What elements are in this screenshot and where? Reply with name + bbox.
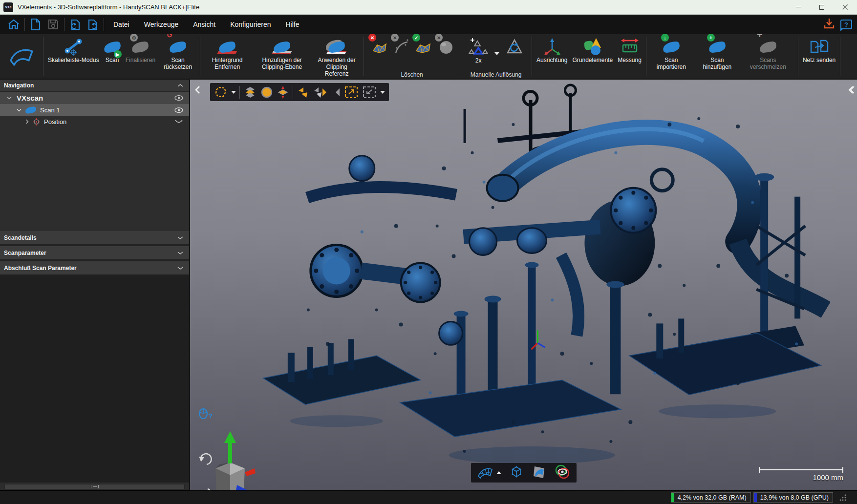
scrollbar-track[interactable] [4,484,185,489]
menu-werkzeuge[interactable]: Werkzeuge [137,17,186,32]
scale-bar-mode-button[interactable]: Skalierleiste-Modus [45,37,102,64]
section-label: Abschluß Scan Parameter [4,265,77,272]
display-mode-toolbar [471,463,577,483]
toolbar-more-dropdown-icon[interactable] [380,91,385,94]
navigation-title: Navigation [4,82,34,89]
minimize-icon [796,7,801,7]
add-scan-button[interactable]: + Scan hinzufügen [694,37,740,71]
scan-icon [25,106,36,113]
status-bar: 4,2% von 32,0 GB (RAM) 13,9% von 8,0 GB … [0,490,857,504]
tree-item-vxscan[interactable]: VXscan [0,92,189,104]
menu-hilfe[interactable]: Hilfe [278,17,306,32]
viewport-3d[interactable]: ? [190,80,857,490]
merge-scans-button[interactable]: + Scans verschmelzen [740,37,796,71]
finalize-button[interactable]: ⚙ Finalisieren [123,37,158,64]
compress-selection-icon[interactable] [277,85,289,100]
new-document-icon [30,18,41,31]
delete-curve-selection-button[interactable]: ✕ [390,37,412,57]
delete-sphere-selection-button[interactable]: ✕ [434,37,456,57]
help-button[interactable]: ? [840,20,852,29]
scan-base-platforms [263,318,821,464]
resolution-value: 2x [475,57,482,64]
tree-item-scan1[interactable]: Scan 1 [0,104,189,116]
menu-datei[interactable]: Datei [106,17,137,32]
points-display-icon[interactable] [260,86,273,99]
clipping-plane-display-button[interactable] [532,464,546,481]
save-session-button[interactable] [44,17,62,32]
apply-clipping-reference-button[interactable]: Anwenden der Clipping Referenz [312,37,362,78]
send-mesh-button[interactable]: Netz senden [800,37,838,64]
visibility-toggle-button[interactable] [554,464,571,481]
scan-button[interactable]: ▶ Scan [102,37,123,64]
home-button[interactable] [5,17,22,32]
section-scanparameter[interactable]: Scanparameter [0,246,189,259]
scale-bar: 1000 mm [759,469,843,482]
scan-point-cloud[interactable] [190,80,857,490]
remove-background-button[interactable]: Hintergrund Entfernen [202,37,252,71]
collapse-left-panel-icon[interactable] [194,85,202,94]
delete-mesh-selection-button[interactable]: ✕ [368,37,390,57]
minimize-button[interactable] [787,0,810,14]
resolution-level-button[interactable]: 2x [465,37,492,64]
chevron-down-icon[interactable] [17,108,21,112]
rotate-cw-icon[interactable] [199,454,212,464]
add-clipping-plane-button[interactable]: Hinzufügen der Clipping-Ebene [252,37,312,71]
vxelements-window: VXe VXelements - 3D-Softwareplattform - … [0,0,857,504]
chevron-down-icon[interactable] [7,96,12,100]
maximize-button[interactable] [810,0,834,14]
resize-grip-icon[interactable] [839,494,846,501]
bounding-box-button[interactable] [509,464,524,481]
new-session-button[interactable] [27,17,44,32]
select-through-icon[interactable] [313,86,327,99]
analysis-group: Ausrichtung Grundelemente Messung [532,34,646,79]
section-scandetails[interactable]: Scandetails [0,231,189,244]
chevron-right-icon[interactable] [25,119,29,124]
undo-icon [69,18,82,31]
mouse-help-button[interactable]: ? [198,408,213,420]
tree-item-label: Scan 1 [40,106,60,114]
visibility-eye-icon[interactable] [174,107,183,113]
menu-ansicht[interactable]: Ansicht [186,17,223,32]
previous-view-icon[interactable] [335,87,341,97]
question-mark: ? [209,412,213,420]
section-abschluss-scan-parameter[interactable]: Abschluß Scan Parameter [0,261,189,274]
reset-scan-button[interactable]: ↺ Scan rücksetzen [158,37,198,71]
app-logo-icon: VXe [3,2,13,12]
menu-konfigurieren[interactable]: Konfigurieren [223,17,278,32]
scan-left-cluster [307,156,497,302]
panel-scrollbar[interactable] [0,483,189,490]
zoom-reset-icon[interactable] [362,85,377,99]
entities-button[interactable]: Grundelemente [570,37,615,64]
gpu-usage-bar [754,493,757,502]
lasso-selection-icon[interactable] [214,86,228,99]
import-scan-icon [663,41,680,53]
merge-scans-icon [759,41,777,53]
validate-mesh-selection-button[interactable]: ✓ [412,37,434,57]
selection-mode-dropdown-icon[interactable] [231,91,236,94]
maximize-icon [819,5,824,10]
vxscan-module-button[interactable] [0,34,43,79]
undo-button[interactable] [66,17,84,32]
home-icon [7,19,20,30]
redo-button[interactable] [84,17,102,32]
scrollbar-grip-icon[interactable] [91,485,99,488]
visibility-arc-icon[interactable] [174,119,183,124]
visibility-eye-icon[interactable] [174,95,183,101]
navigation-panel-header[interactable]: Navigation [0,80,189,92]
mesh-display-button[interactable] [477,466,501,479]
collapse-right-panel-icon[interactable] [847,85,855,94]
resolution-dropdown-icon[interactable] [494,52,499,55]
close-button[interactable] [834,0,857,14]
import-scan-button[interactable]: ↓ Scan importieren [648,37,694,71]
view-cube[interactable] [215,462,245,490]
visibility-eye-toggle-icon [554,464,571,479]
navigation-cube[interactable] [194,421,257,490]
layers-visibility-icon[interactable] [243,86,257,99]
recompute-resolution-button[interactable] [502,37,527,57]
measurement-button[interactable]: Messung [615,37,644,64]
alignment-button[interactable]: Ausrichtung [534,37,570,64]
tree-item-position[interactable]: Position [0,116,189,127]
zoom-to-selection-icon[interactable] [344,85,359,99]
select-back-faces-icon[interactable] [297,86,309,99]
download-updates-button[interactable] [823,17,836,32]
